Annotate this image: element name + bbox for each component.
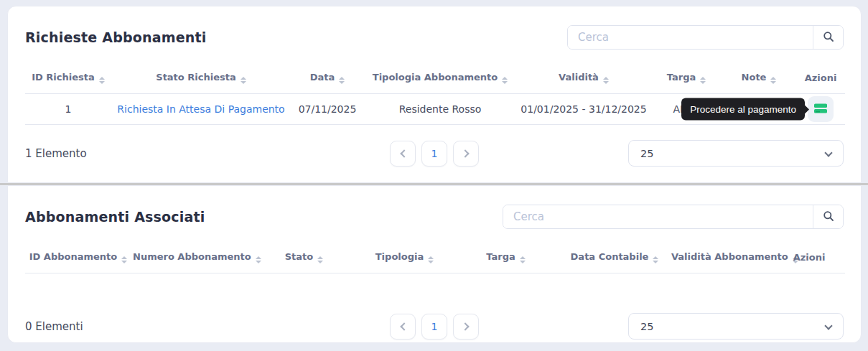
chevron-down-icon [824, 149, 832, 156]
current-page-button[interactable]: 1 [421, 141, 447, 167]
cell-data: 07/11/2025 [291, 94, 364, 125]
subscriptions-search-button[interactable] [813, 205, 843, 228]
empty-table-space [25, 273, 844, 298]
subscriptions-card: Abbonamenti Associati ID Abbonamento Num… [7, 185, 862, 343]
chevron-right-icon [461, 149, 469, 157]
cell-id: 1 [25, 94, 111, 125]
col-numero-abbonamento[interactable]: Numero Abbonamento [131, 243, 251, 273]
cell-validita: 01/01/2025 - 31/12/2025 [516, 94, 651, 125]
chevron-right-icon [461, 322, 469, 330]
next-page-button[interactable] [453, 314, 479, 340]
sort-icon [256, 256, 261, 263]
search-icon [823, 210, 834, 224]
credit-card-icon [813, 103, 828, 116]
request-status-link[interactable]: Richiesta In Attesa Di Pagamento [117, 103, 284, 115]
prev-page-button[interactable] [390, 141, 416, 167]
requests-search-input[interactable] [568, 26, 813, 49]
chevron-left-icon [400, 322, 408, 330]
requests-search-button[interactable] [813, 26, 843, 49]
sort-icon [241, 77, 246, 84]
col-data-contabile[interactable]: Data Contabile [559, 243, 670, 273]
subscriptions-header-row: ID Abbonamento Numero Abbonamento Stato … [25, 243, 845, 273]
subscriptions-title: Abbonamenti Associati [25, 209, 205, 225]
sort-icon [121, 256, 127, 263]
requests-card: Richieste Abbonamenti ID Richiesta Stato… [7, 6, 862, 183]
sort-icon [770, 77, 776, 84]
sort-icon [603, 77, 609, 84]
requests-table: ID Richiesta Stato Richiesta Data Tipolo… [25, 64, 845, 125]
prev-page-button[interactable] [390, 314, 416, 340]
requests-search [567, 25, 844, 50]
col-id-richiesta[interactable]: ID Richiesta [25, 64, 111, 94]
sort-icon [502, 77, 508, 84]
chevron-down-icon [824, 322, 832, 329]
requests-pagination: 1 [390, 141, 479, 167]
col-azioni: Azioni [796, 64, 845, 94]
col-id-abbonamento[interactable]: ID Abbonamento [25, 243, 131, 273]
requests-header-row: ID Richiesta Stato Richiesta Data Tipolo… [25, 64, 845, 94]
col-tipologia[interactable]: Tipologia [357, 243, 452, 273]
search-icon [823, 31, 834, 45]
next-page-button[interactable] [453, 141, 479, 167]
sort-icon [428, 256, 434, 263]
sort-icon [99, 77, 105, 84]
sort-icon [339, 77, 345, 84]
sort-icon [700, 77, 706, 84]
requests-page-size-select[interactable]: 25 [628, 140, 844, 167]
requests-title: Richieste Abbonamenti [25, 29, 207, 45]
subscriptions-page-size-select[interactable]: 25 [628, 313, 844, 340]
cell-tipologia: Residente Rosso [364, 94, 516, 125]
request-row: 1 Richiesta In Attesa Di Pagamento 07/11… [25, 94, 845, 125]
col-validita[interactable]: Validità [516, 64, 651, 94]
requests-count: 1 Elemento [25, 147, 87, 160]
col-stato[interactable]: Stato [251, 243, 357, 273]
subscriptions-pagination: 1 [390, 314, 479, 340]
chevron-left-icon [400, 149, 408, 157]
sort-icon [317, 256, 323, 263]
col-targa[interactable]: Targa [651, 64, 722, 94]
subscriptions-table: ID Abbonamento Numero Abbonamento Stato … [25, 243, 845, 273]
col-data[interactable]: Data [291, 64, 364, 94]
sort-icon [653, 256, 658, 263]
sort-icon [520, 256, 526, 263]
subscriptions-search [503, 205, 844, 229]
col-tipologia-abbonamento[interactable]: Tipologia Abbonamento [364, 64, 516, 94]
payment-tooltip: Procedere al pagamento [681, 98, 805, 121]
subscriptions-search-input[interactable] [503, 205, 813, 228]
cell-azioni: Procedere al pagamento [796, 94, 845, 125]
col-validita-abbonamento[interactable]: Validità Abbonamento [670, 243, 773, 273]
current-page-button[interactable]: 1 [421, 314, 447, 340]
col-stato-richiesta[interactable]: Stato Richiesta [111, 64, 291, 94]
col-targa[interactable]: Targa [452, 243, 559, 273]
col-note[interactable]: Note [722, 64, 796, 94]
subscriptions-count: 0 Elementi [25, 320, 83, 333]
